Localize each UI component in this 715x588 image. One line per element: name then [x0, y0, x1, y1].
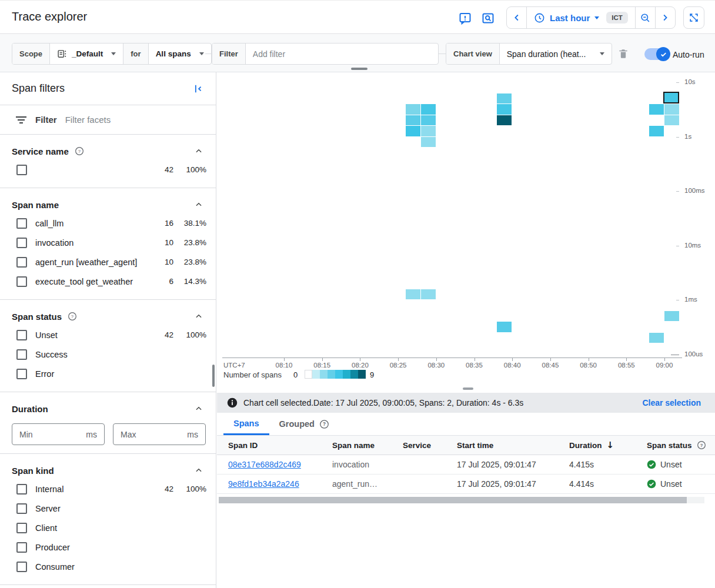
checkbox[interactable]: [16, 330, 27, 340]
checkbox[interactable]: [16, 276, 27, 287]
facet-label: Unset: [35, 330, 149, 340]
span-id-link[interactable]: 9e8fd1eb34a2a246: [228, 479, 332, 489]
panel-resize-handle[interactable]: [463, 387, 473, 390]
tab-grouped[interactable]: Grouped ?: [269, 413, 339, 435]
timezone-badge: ICT: [606, 12, 628, 24]
chevron-up-icon[interactable]: [195, 312, 206, 320]
facet-filter-input[interactable]: Filter facets: [65, 115, 111, 125]
facet-label: invocation: [35, 238, 149, 248]
checkbox[interactable]: [16, 218, 27, 229]
heatmap-cell[interactable]: [497, 322, 512, 332]
panel-resize-handle[interactable]: [351, 68, 367, 70]
column-header-span_status[interactable]: Span status?: [647, 440, 715, 450]
checkbox[interactable]: [16, 523, 27, 533]
facet-label: Internal: [35, 485, 149, 494]
checkbox[interactable]: [16, 369, 27, 379]
column-header-duration[interactable]: Duration↓: [569, 440, 647, 450]
x-axis-label: 08:30: [422, 362, 450, 369]
zoom-out-time-button[interactable]: [636, 7, 655, 28]
span-id-link[interactable]: 08e317e688d2c469: [228, 460, 332, 469]
checkbox[interactable]: [16, 562, 27, 572]
auto-run-label: Auto-run: [673, 50, 704, 59]
facet-filter-row: Filter Filter facets: [0, 105, 216, 135]
column-header-span_id[interactable]: Span ID: [228, 441, 332, 450]
horizontal-scrollbar-thumb[interactable]: [219, 497, 687, 503]
collapse-panel-button[interactable]: [192, 83, 204, 95]
checkbox[interactable]: [16, 238, 27, 248]
connector-line: [439, 54, 446, 54]
tab-spans[interactable]: Spans: [223, 413, 269, 435]
chevron-up-icon[interactable]: [195, 466, 206, 475]
search-in-traces-icon[interactable]: [481, 11, 495, 25]
add-filter-input[interactable]: [253, 49, 431, 59]
column-header-start_time[interactable]: Start time: [457, 441, 569, 450]
checkbox[interactable]: [16, 165, 27, 175]
chevron-up-icon[interactable]: [195, 201, 206, 209]
heatmap-cell[interactable]: [664, 104, 679, 115]
checkbox[interactable]: [16, 503, 27, 514]
heatmap-cell[interactable]: [497, 104, 512, 115]
duration-max-box: ms: [113, 423, 206, 445]
x-axis-tick: [626, 358, 627, 361]
x-axis-line: [222, 358, 682, 358]
heatmap-cell[interactable]: [406, 104, 420, 115]
all-spans-dropdown[interactable]: All spans: [149, 44, 211, 64]
time-range-dropdown[interactable]: Last hour ICT: [527, 7, 635, 28]
delete-chart-button[interactable]: [617, 48, 629, 62]
checkbox[interactable]: [16, 257, 27, 268]
help-icon[interactable]: ?: [68, 312, 77, 321]
scope-dropdown[interactable]: _Default: [50, 44, 123, 64]
horizontal-scrollbar[interactable]: [219, 497, 704, 503]
checkbox[interactable]: [16, 542, 27, 553]
checkbox[interactable]: [16, 349, 27, 360]
y-axis-tick: [676, 82, 679, 83]
tab-spans-label: Spans: [233, 419, 259, 428]
svg-text:?: ?: [323, 422, 326, 427]
heatmap-cell[interactable]: [421, 289, 436, 300]
heatmap-cell[interactable]: [406, 289, 420, 300]
clear-selection-link[interactable]: Clear selection: [642, 398, 701, 407]
auto-run-toggle[interactable]: [644, 48, 669, 60]
selection-info-bar: Chart cell selected.Date: 17 Jul 2025, 0…: [217, 393, 715, 413]
heatmap-cell[interactable]: [406, 115, 420, 126]
help-icon[interactable]: ?: [75, 146, 84, 156]
feedback-icon[interactable]: [458, 11, 472, 25]
spans-table-body: 08e317e688d2c469invocation17 Jul 2025, 0…: [217, 455, 715, 494]
heatmap-cell[interactable]: [497, 115, 512, 126]
legend-min-value: 0: [293, 370, 298, 379]
chevron-up-icon[interactable]: [195, 147, 206, 155]
start-time-cell: 17 Jul 2025, 09:01:47: [457, 460, 569, 469]
heatmap-cell[interactable]: [421, 137, 436, 148]
checkbox[interactable]: [16, 484, 27, 495]
duration-cell: 4.414s: [569, 479, 647, 489]
sort-descending-icon[interactable]: ↓: [607, 440, 614, 450]
toggle-knob: [656, 47, 670, 61]
heatmap-cell[interactable]: [421, 104, 436, 115]
duration-max-input[interactable]: [113, 430, 172, 439]
zoom-selection-disabled-button[interactable]: [683, 6, 704, 29]
heatmap-cell[interactable]: [497, 93, 512, 104]
span-filters-title: Span filters: [12, 82, 192, 95]
app-header: Trace explorer Last hour ICT: [0, 0, 715, 34]
help-icon[interactable]: ?: [697, 440, 706, 450]
heatmap-cell[interactable]: [664, 311, 679, 322]
heatmap-cell[interactable]: [664, 115, 679, 126]
sidebar-scrollbar-thumb[interactable]: [212, 365, 215, 387]
help-icon[interactable]: ?: [319, 419, 329, 429]
heatmap-cell-selected[interactable]: [663, 92, 679, 103]
heatmap-cell[interactable]: [421, 115, 436, 126]
column-header-service[interactable]: Service: [403, 441, 457, 450]
time-back-button[interactable]: [507, 7, 526, 28]
heatmap-cell[interactable]: [406, 126, 420, 136]
heatmap-cell[interactable]: [649, 104, 664, 115]
duration-min-input[interactable]: [12, 430, 71, 439]
heatmap-cell[interactable]: [421, 126, 436, 136]
column-header-span_name[interactable]: Span name: [332, 441, 403, 450]
heatmap-cell[interactable]: [649, 333, 664, 343]
chart-view-dropdown[interactable]: Span duration (heat...: [500, 44, 612, 64]
heatmap-cell[interactable]: [649, 126, 664, 136]
filter-control: Filter: [212, 43, 439, 65]
legend-label: Number of spans: [223, 370, 282, 379]
chevron-up-icon[interactable]: [195, 405, 206, 413]
time-forward-button[interactable]: [656, 7, 675, 28]
